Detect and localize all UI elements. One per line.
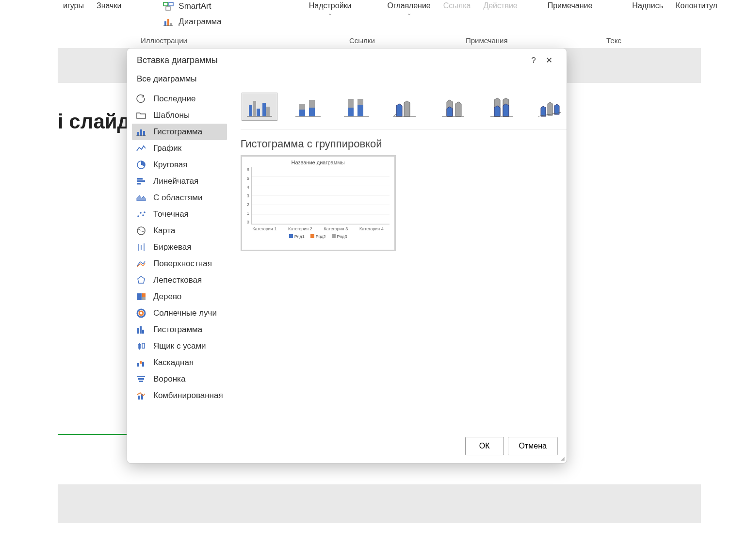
svg-rect-29 — [137, 328, 139, 334]
sidebar-item-templates[interactable]: Шаблоны — [132, 107, 227, 124]
chart-preview[interactable]: Название диаграммы 6543210 Категория 1Ка… — [241, 155, 396, 251]
sidebar-item-boxwhisker[interactable]: Ящик с усами — [132, 338, 227, 354]
subtype-clustered-column[interactable] — [242, 93, 277, 121]
sidebar-item-surface[interactable]: Поверхностная — [132, 256, 227, 272]
dialog-titlebar: Вставка диаграммы ? ✕ — [127, 48, 567, 70]
svg-rect-44 — [253, 101, 256, 116]
ribbon-label: Действие — [483, 1, 517, 10]
sidebar-item-column[interactable]: Гистограмма — [132, 124, 227, 140]
sidebar-item-scatter[interactable]: Точечная — [132, 206, 227, 223]
tab-label: Все диаграммы — [137, 74, 197, 83]
preview-title: Название диаграммы — [247, 160, 390, 165]
sidebar-item-line[interactable]: График — [132, 140, 227, 157]
svg-rect-37 — [142, 362, 144, 367]
svg-rect-38 — [137, 376, 145, 377]
svg-rect-47 — [266, 107, 270, 116]
subtype-3d-stacked-column[interactable] — [436, 93, 471, 121]
subtype-3d-clustered-column[interactable] — [387, 93, 423, 121]
3d-percent-stacked-column-icon — [488, 96, 516, 117]
sidebar-item-map[interactable]: Карта — [132, 223, 227, 239]
slide-title-partial: і слайд — [58, 110, 130, 133]
ribbon-icons[interactable]: Значки — [92, 0, 126, 12]
sidebar-item-area[interactable]: С областями — [132, 190, 227, 206]
sidebar-item-bar[interactable]: Линейчатая — [132, 173, 227, 190]
svg-rect-30 — [140, 326, 142, 334]
ribbon-addins[interactable]: Надстройки⌄ — [304, 0, 357, 18]
button-label: ОК — [479, 442, 490, 450]
ribbon-shapes[interactable]: игуры — [58, 0, 89, 12]
svg-rect-3 — [164, 21, 166, 26]
combo-chart-icon — [136, 390, 146, 401]
sidebar-item-pie[interactable]: Круговая — [132, 157, 227, 173]
insert-chart-dialog: Вставка диаграммы ? ✕ Все диаграммы Посл… — [127, 48, 567, 464]
svg-rect-40 — [139, 381, 143, 382]
svg-rect-24 — [137, 293, 142, 300]
sidebar-item-label: Карта — [153, 226, 176, 236]
radar-chart-icon — [136, 275, 146, 286]
dialog-tab-all[interactable]: Все диаграммы — [127, 70, 567, 90]
ribbon-textbox[interactable]: Надпись — [627, 0, 668, 12]
help-button[interactable]: ? — [526, 56, 541, 65]
chart-subtype-title: Гистограмма с группировкой — [241, 130, 567, 155]
sidebar-item-combo[interactable]: Комбинированная — [132, 387, 227, 404]
chart-category-list: Последние Шаблоны Гистограмма График Кру… — [127, 90, 232, 430]
bar-chart-icon — [136, 176, 146, 187]
subtype-stacked-column[interactable] — [290, 93, 326, 121]
histogram-icon — [136, 324, 146, 335]
sidebar-item-label: Каскадная — [153, 358, 194, 368]
preview-legend: Ряд1Ряд2Ряд3 — [247, 234, 390, 239]
preview-x-axis: Категория 1Категория 2Категория 3Категор… — [247, 226, 390, 231]
sidebar-item-funnel[interactable]: Воронка — [132, 371, 227, 387]
ribbon-label: Колонтитул — [676, 1, 717, 10]
group-label: Ссылки — [349, 36, 375, 45]
svg-rect-8 — [140, 129, 142, 136]
ribbon-toc[interactable]: Оглавление⌄ — [383, 0, 436, 18]
close-button[interactable]: ✕ — [541, 55, 557, 65]
cancel-button[interactable]: Отмена — [508, 437, 558, 455]
svg-rect-14 — [137, 183, 141, 185]
ok-button[interactable]: ОК — [465, 437, 504, 455]
subtype-percent-stacked-column[interactable] — [339, 93, 374, 121]
boxwhisker-icon — [136, 341, 146, 352]
sidebar-item-radar[interactable]: Лепестковая — [132, 272, 227, 288]
sidebar-item-label: Гистограмма — [153, 325, 202, 335]
svg-rect-46 — [262, 103, 266, 116]
waterfall-icon — [136, 357, 146, 368]
ribbon-comment[interactable]: Примечание — [543, 0, 598, 12]
ribbon-headerfooter[interactable]: Колонтитул — [671, 0, 722, 12]
sidebar-item-waterfall[interactable]: Каскадная — [132, 354, 227, 371]
ribbon-chart-button[interactable]: Диаграмма — [159, 16, 225, 28]
svg-rect-12 — [137, 178, 143, 180]
slide-bottom-strip — [58, 484, 701, 523]
resize-grip-icon[interactable]: ◢ — [561, 456, 565, 461]
sidebar-item-label: Шаблоны — [153, 111, 190, 120]
sidebar-item-recent[interactable]: Последние — [132, 91, 227, 107]
group-label: Текс — [606, 36, 621, 45]
pie-chart-icon — [136, 160, 146, 170]
recent-icon — [136, 94, 146, 104]
sidebar-item-label: С областями — [153, 193, 202, 203]
close-icon: ✕ — [546, 56, 552, 65]
preview-plot-area: 6543210 — [247, 167, 390, 224]
sidebar-item-label: Биржевая — [153, 242, 191, 252]
sidebar-item-histogram[interactable]: Гистограмма — [132, 321, 227, 338]
svg-rect-0 — [163, 2, 168, 6]
sidebar-item-stock[interactable]: Биржевая — [132, 239, 227, 256]
svg-point-18 — [144, 211, 146, 213]
stacked-column-icon — [294, 96, 322, 117]
ribbon-label: игуры — [63, 1, 84, 10]
sidebar-item-sunburst[interactable]: Солнечные лучи — [132, 305, 227, 321]
percent-stacked-column-icon — [343, 96, 370, 117]
svg-rect-7 — [137, 132, 139, 136]
sidebar-item-treemap[interactable]: Дерево — [132, 288, 227, 305]
svg-point-15 — [137, 215, 139, 217]
svg-rect-4 — [167, 19, 169, 26]
3d-stacked-column-icon — [440, 96, 467, 117]
ribbon-smartart[interactable]: SmartArt — [159, 0, 225, 13]
subtype-3d-column[interactable] — [533, 93, 567, 121]
folder-icon — [136, 110, 146, 121]
subtype-3d-percent-stacked-column[interactable] — [484, 93, 520, 121]
3d-clustered-column-icon — [391, 96, 419, 117]
chart-subtype-row — [241, 91, 567, 130]
svg-rect-36 — [140, 361, 142, 364]
